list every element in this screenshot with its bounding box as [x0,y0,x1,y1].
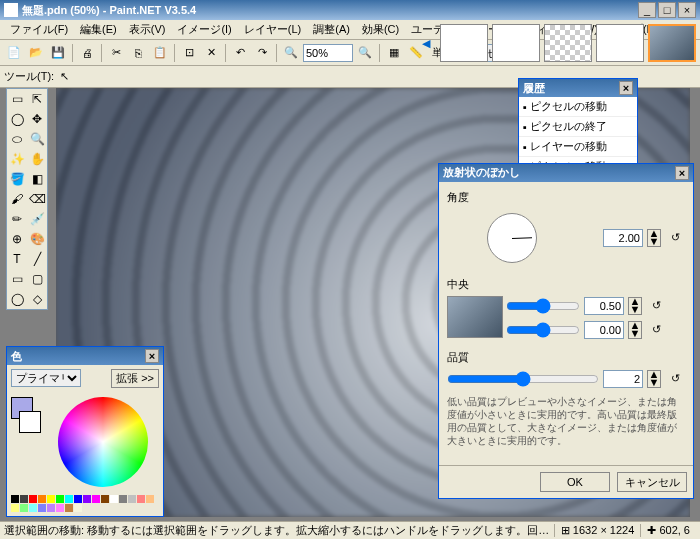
zoom-out-button[interactable]: 🔍 [281,43,301,63]
zoom-in-button[interactable]: 🔍 [355,43,375,63]
palette-color[interactable] [65,504,73,512]
history-item[interactable]: ▪レイヤーの移動 [519,137,637,157]
crop-button[interactable]: ⊡ [179,43,199,63]
deselect-button[interactable]: ✕ [201,43,221,63]
palette-color[interactable] [29,495,37,503]
rect-select-tool[interactable]: ▭ [7,89,27,109]
menu-effects[interactable]: 効果(C) [356,20,405,39]
zoom-tool[interactable]: 🔍 [27,129,47,149]
palette-color[interactable] [128,495,136,503]
copy-button[interactable]: ⎘ [128,43,148,63]
cut-button[interactable]: ✂ [106,43,126,63]
eraser-tool[interactable]: ⌫ [27,189,47,209]
palette-color[interactable] [74,495,82,503]
palette-color[interactable] [56,495,64,503]
new-button[interactable]: 📄 [4,43,24,63]
palette-color[interactable] [47,495,55,503]
minimize-button[interactable]: _ [638,2,656,18]
secondary-color-swatch[interactable] [19,411,41,433]
undo-button[interactable]: ↶ [230,43,250,63]
palette-color[interactable] [20,495,28,503]
shape-tool[interactable]: ◇ [27,289,47,309]
rect-tool[interactable]: ▭ [7,269,27,289]
bucket-tool[interactable]: 🪣 [7,169,27,189]
center-y-slider[interactable] [506,322,580,338]
menu-layers[interactable]: レイヤー(L) [238,20,307,39]
lasso-tool[interactable]: ◯ [7,109,27,129]
quality-slider[interactable] [447,371,599,387]
clone-tool[interactable]: ⊕ [7,229,27,249]
brush-tool[interactable]: 🖌 [7,189,27,209]
doc-thumb-1[interactable] [440,24,488,62]
doc-thumb-3[interactable] [544,24,592,62]
colors-close-button[interactable]: × [145,349,159,363]
ellipse-select-tool[interactable]: ⬭ [7,129,27,149]
center-x-spinner[interactable]: ▲▼ [628,297,642,315]
palette-color[interactable] [92,495,100,503]
menu-edit[interactable]: 編集(E) [74,20,123,39]
center-x-reset-button[interactable]: ↺ [646,296,666,316]
center-x-slider[interactable] [506,298,580,314]
print-button[interactable]: 🖨 [77,43,97,63]
palette-color[interactable] [20,504,28,512]
quality-input[interactable] [603,370,643,388]
gradient-tool[interactable]: ◧ [27,169,47,189]
open-button[interactable]: 📂 [26,43,46,63]
history-item[interactable]: ▪ピクセルの終了 [519,117,637,137]
menu-view[interactable]: 表示(V) [123,20,172,39]
current-tool-icon[interactable]: ↖ [54,67,74,87]
pencil-tool[interactable]: ✏ [7,209,27,229]
palette-color[interactable] [146,495,154,503]
move-select-tool[interactable]: ⇱ [27,89,47,109]
cancel-button[interactable]: キャンセル [617,472,687,492]
center-y-spinner[interactable]: ▲▼ [628,321,642,339]
palette-color[interactable] [11,504,19,512]
color-wheel[interactable] [58,397,148,487]
prev-doc-button[interactable]: ◀ [416,33,436,53]
quality-reset-button[interactable]: ↺ [665,369,685,389]
palette-color[interactable] [74,504,82,512]
menu-adjust[interactable]: 調整(A) [307,20,356,39]
menu-image[interactable]: イメージ(I) [171,20,237,39]
palette-color[interactable] [29,504,37,512]
quality-spinner[interactable]: ▲▼ [647,370,661,388]
pan-tool[interactable]: ✋ [27,149,47,169]
ellipse-tool[interactable]: ◯ [7,289,27,309]
zoom-input[interactable] [303,44,353,62]
color-mode-select[interactable]: プライマリ色 [11,369,81,387]
doc-thumb-5-selected[interactable] [648,24,696,62]
save-button[interactable]: 💾 [48,43,68,63]
roundrect-tool[interactable]: ▢ [27,269,47,289]
palette-color[interactable] [83,495,91,503]
center-y-reset-button[interactable]: ↺ [646,320,666,340]
ok-button[interactable]: OK [540,472,610,492]
history-close-button[interactable]: × [619,81,633,95]
doc-thumb-2[interactable] [492,24,540,62]
palette-color[interactable] [101,495,109,503]
line-tool[interactable]: ╱ [27,249,47,269]
text-tool[interactable]: T [7,249,27,269]
angle-dial[interactable] [487,213,537,263]
paste-button[interactable]: 📋 [150,43,170,63]
menu-file[interactable]: ファイル(F) [4,20,74,39]
palette-color[interactable] [56,504,64,512]
angle-reset-button[interactable]: ↺ [665,228,685,248]
palette-color[interactable] [137,495,145,503]
grid-button[interactable]: ▦ [384,43,404,63]
magic-wand-tool[interactable]: ✨ [7,149,27,169]
palette-color[interactable] [119,495,127,503]
move-tool[interactable]: ✥ [27,109,47,129]
close-button[interactable]: × [678,2,696,18]
center-y-input[interactable] [584,321,624,339]
center-preview[interactable] [447,296,503,338]
dialog-close-button[interactable]: × [675,166,689,180]
palette-color[interactable] [38,504,46,512]
picker-tool[interactable]: 💉 [27,209,47,229]
angle-input[interactable] [603,229,643,247]
colors-expand-button[interactable]: 拡張 >> [111,369,159,388]
angle-spinner[interactable]: ▲▼ [647,229,661,247]
redo-button[interactable]: ↷ [252,43,272,63]
maximize-button[interactable]: □ [658,2,676,18]
center-x-input[interactable] [584,297,624,315]
doc-thumb-4[interactable] [596,24,644,62]
